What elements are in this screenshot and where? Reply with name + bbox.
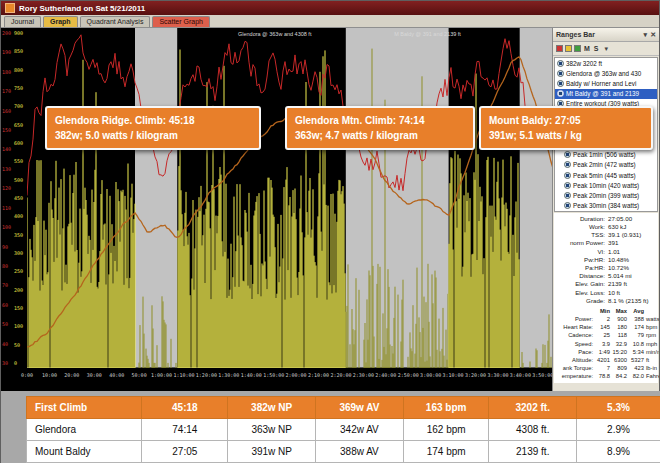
power-hr-altitude-plot[interactable] xyxy=(27,28,554,368)
plot-range-label: Glendora @ 363w and 4308 ft xyxy=(238,31,311,37)
minmax-unit: mph xyxy=(646,340,657,348)
visibility-eye-icon[interactable] xyxy=(557,70,564,77)
range-list-item[interactable]: Peak 20min (399 watts) xyxy=(555,190,657,200)
panel-menu-icon[interactable]: ▾ xyxy=(644,31,648,38)
summary-cell-av: 388w AV xyxy=(316,441,404,463)
x-axis-tick-label: 1:40:00 xyxy=(241,372,262,378)
range-list-item[interactable]: Peak 1min (506 watts) xyxy=(555,150,657,160)
minmax-unit: rpm xyxy=(646,331,656,339)
annotation-glendora-ridge: Glendora Ridge. Climb: 45:18 382w; 5.0 w… xyxy=(45,106,261,150)
climb-summary-table: First Climb45:18382w NP369w AV163 bpm320… xyxy=(26,396,660,463)
tab-scatter-graph[interactable]: Scatter Graph xyxy=(152,16,210,27)
annotation-line1: Glendora Mtn. Climb: 74:14 xyxy=(295,113,465,128)
stat-value: 5.014 mi xyxy=(608,272,632,280)
y-axis-value: 30 xyxy=(2,361,8,366)
panel-close-icon[interactable]: ✕ xyxy=(650,31,656,38)
annotation-glendora-mtn: Glendora Mtn. Climb: 74:14 363w; 4.7 wat… xyxy=(285,106,475,150)
stat-value: 10 ft xyxy=(608,289,620,297)
stat-label: Elev. Gain: xyxy=(555,280,605,288)
visibility-eye-icon[interactable] xyxy=(564,202,571,209)
minmax-header-row: MinMaxAvg xyxy=(555,307,657,315)
x-axis-tick-label: 1:50:00 xyxy=(263,372,284,378)
toolbar-button[interactable]: S xyxy=(593,45,600,52)
summary-cell-name: Glendora xyxy=(27,419,142,441)
window-title: Rory Sutherland on Sat 5/21/2011 xyxy=(19,4,145,13)
x-axis-tick-label: 1:00:00 xyxy=(151,372,172,378)
tab-journal[interactable]: Journal xyxy=(4,16,41,27)
stat-row: Grade:8.1 % (2135 ft) xyxy=(555,297,657,305)
toolbar-button[interactable]: M xyxy=(583,45,591,52)
stat-value: 1.01 xyxy=(608,248,620,256)
range-list-item[interactable]: Baldy w/ Horner and Levi xyxy=(555,78,657,88)
range-list-item[interactable]: 382w 3202 ft xyxy=(555,58,657,68)
minmax-header: Max xyxy=(610,307,627,315)
visibility-eye-icon[interactable] xyxy=(564,161,571,168)
range-list-item[interactable]: Peak 2min (472 watts) xyxy=(555,160,657,170)
minmax-metric-label: Speed: xyxy=(555,340,593,348)
summary-cell-np: 382w NP xyxy=(228,397,316,419)
minmax-metric-label: emperature: xyxy=(555,372,593,380)
x-axis-tick-label: 0:00 xyxy=(21,372,33,378)
visibility-eye-icon[interactable] xyxy=(564,151,571,158)
y-axis-value: 110 xyxy=(2,206,11,211)
y-axis-value: 750 xyxy=(14,86,23,91)
tab-graph[interactable]: Graph xyxy=(43,16,78,27)
y-axis-value: 900 xyxy=(14,31,23,36)
y-axis-value: 550 xyxy=(14,159,23,164)
minmax-value: 6300 xyxy=(610,356,627,364)
toolbar-color-swatch-icon[interactable] xyxy=(556,45,563,52)
minmax-value: 3.9 xyxy=(593,340,610,348)
visibility-eye-icon[interactable] xyxy=(557,90,564,97)
y-axis-value: 100 xyxy=(2,225,11,230)
minmax-value: 84.2 xyxy=(610,372,627,380)
toolbar-dropdown-icon[interactable]: ▾ xyxy=(605,45,609,52)
summary-cell-np: 363w NP xyxy=(228,419,316,441)
y-axis-value: 500 xyxy=(14,178,23,183)
annotation-line2: 363w; 4.7 watts / kilogram xyxy=(295,128,465,143)
minmax-value: 174 xyxy=(627,323,644,331)
min-max-avg-table: MinMaxAvgPower:2900388wattsHeart Rate:14… xyxy=(554,306,658,383)
minmax-row: Power:2900388watts xyxy=(555,315,657,323)
minmax-metric-label: Cadence: xyxy=(555,331,593,339)
summary-cell-grade: 5.3% xyxy=(577,397,660,419)
stat-value: 10.72% xyxy=(608,264,629,272)
x-axis-tick-label: 3:20:00 xyxy=(465,372,486,378)
range-list-item[interactable]: Peak 5min (445 watts) xyxy=(555,170,657,180)
y-axis-value: 150 xyxy=(2,128,11,133)
visibility-eye-icon[interactable] xyxy=(557,80,564,87)
minmax-row: ank Torque:7809423lb-in xyxy=(555,364,657,372)
stat-row: VI:1.01 xyxy=(555,248,657,256)
stat-row: Work:630 kJ xyxy=(555,223,657,231)
toolbar-color-swatch-icon[interactable] xyxy=(565,45,572,52)
visibility-eye-icon[interactable] xyxy=(564,192,571,199)
x-axis-tick-label: 20:00 xyxy=(64,372,79,378)
range-list-item[interactable]: Glendora @ 363w and 430 xyxy=(555,68,657,78)
minmax-value: 423 xyxy=(627,364,644,372)
visibility-eye-icon[interactable] xyxy=(564,182,571,189)
range-label: Peak 5min (445 watts) xyxy=(573,172,636,179)
summary-cell-time: 74:14 xyxy=(142,419,228,441)
stat-row: norm Power:391 xyxy=(555,239,657,247)
summary-cell-elev: 4308 ft. xyxy=(489,419,577,441)
visibility-eye-icon[interactable] xyxy=(564,172,571,179)
minmax-header: Avg xyxy=(627,307,644,315)
stat-row: Pw:HR:10.48% xyxy=(555,256,657,264)
y-axis-value: 700 xyxy=(14,104,23,109)
y-axis-value: 650 xyxy=(14,123,23,128)
tab-quadrant-analysis[interactable]: Quadrant Analysis xyxy=(80,16,151,27)
x-axis-tick-label: 1:20:00 xyxy=(196,372,217,378)
minmax-value: 7 xyxy=(593,364,610,372)
minmax-value: 900 xyxy=(610,315,627,323)
ranges-bar-title: Ranges Bar xyxy=(556,31,595,38)
range-list-item[interactable]: Peak 30min (384 watts) xyxy=(555,201,657,211)
minmax-row: Cadence:2511879rpm xyxy=(555,331,657,339)
x-axis-tick-label: 2:10:00 xyxy=(308,372,329,378)
visibility-eye-icon[interactable] xyxy=(557,60,564,67)
toolbar-color-swatch-icon[interactable] xyxy=(574,45,581,52)
range-list-item[interactable]: Mt Baldy @ 391 and 2139 xyxy=(555,89,657,99)
minmax-unit: min/mi xyxy=(646,348,659,356)
range-list-item[interactable]: Peak 10min (420 watts) xyxy=(555,180,657,190)
summary-cell-grade: 8.9% xyxy=(577,441,660,463)
minmax-value: 82.0 xyxy=(627,372,644,380)
stat-row: Pa:HR:10.72% xyxy=(555,264,657,272)
